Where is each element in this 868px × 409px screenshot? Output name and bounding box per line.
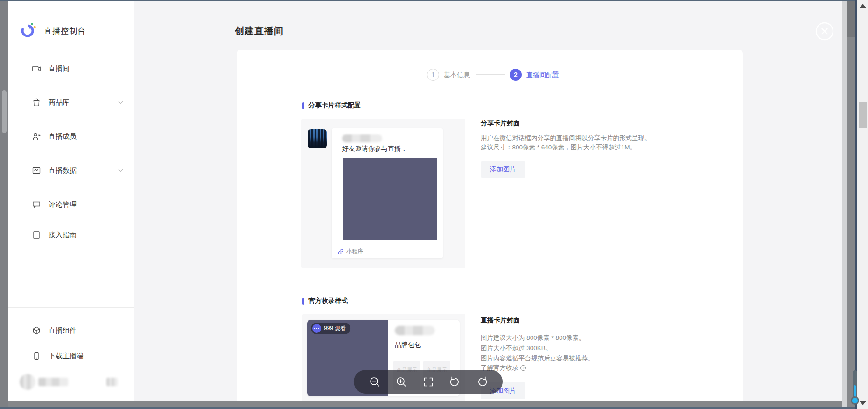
zoom-in-icon[interactable] (395, 376, 407, 388)
inner-scrollbar-track (842, 1, 847, 407)
app-window: 直播控制台 直播间 商品库 直播成员 (8, 1, 842, 401)
browser-scrollbar-thumb[interactable] (859, 102, 867, 128)
sidebar-divider (8, 307, 134, 308)
link-icon (337, 248, 344, 255)
sidebar-item-components[interactable]: 直播组件 (32, 324, 123, 337)
live-cover-desc-2: 图片大小不超过 300KB。 (481, 344, 552, 353)
shop-name-redacted (395, 326, 435, 335)
user-avatar (20, 374, 35, 390)
invite-text: 好友邀请你参与直播： (342, 145, 407, 153)
comment-icon (32, 200, 41, 209)
sidebar-item-label: 直播间 (49, 64, 70, 73)
fullscreen-icon[interactable] (422, 376, 434, 388)
window-bottom-border (0, 407, 857, 409)
step-1-number: 1 (431, 71, 435, 78)
inner-scrollbar-thumb[interactable] (847, 1, 855, 37)
indicator-ball (851, 396, 859, 405)
sidebar-item-guide[interactable]: 接入指南 (32, 228, 123, 241)
main-content: 创建直播间 1 基本信息 2 直播间配置 分享卡片样式配 (134, 1, 842, 401)
live-cover-title: 直播卡片封面 (481, 316, 520, 324)
sidebar-item-data[interactable]: 直播数据 (32, 164, 123, 177)
zoom-out-icon[interactable] (369, 376, 381, 388)
add-image-button-share[interactable]: 添加图片 (481, 161, 525, 178)
sidebar-item-goods[interactable]: 商品库 (32, 96, 123, 109)
sidebar-item-members[interactable]: 直播成员 (32, 130, 123, 143)
share-cover-desc-1: 用户在微信对话框内分享的直播间将以分享卡片的形式呈现。 (481, 134, 651, 142)
mini-program-footer: 小程序 (337, 247, 363, 255)
phone-icon (32, 351, 41, 360)
share-cover-desc-2: 建议尺寸：800像素 * 640像素，图片大小不得超过1M。 (481, 143, 636, 152)
inner-scrollbar (847, 1, 855, 407)
rotate-left-icon[interactable] (449, 376, 461, 388)
sidebar-item-label: 下载主播端 (49, 352, 84, 360)
shopping-bag-icon (32, 98, 41, 107)
window-top-border (0, 0, 857, 1)
viewers-count: 999 观看 (324, 324, 346, 332)
mini-program-label: 小程序 (346, 247, 363, 255)
page-title: 创建直播间 (235, 25, 284, 37)
share-chat-card: 好友邀请你参与直播： 小程序 (332, 128, 443, 258)
screen: 直播控制台 直播间 商品库 直播成员 (0, 0, 868, 409)
heading-accent-bar (302, 102, 304, 109)
guide-book-icon (32, 230, 41, 240)
step-2-label: 直播间配置 (526, 71, 559, 79)
step-2-number: 2 (514, 71, 518, 78)
user-extra-redacted (106, 378, 118, 386)
svg-text:?: ? (522, 366, 525, 370)
close-icon[interactable] (815, 22, 834, 41)
app-title: 直播控制台 (44, 26, 86, 36)
create-live-room-dialog: 1 基本信息 2 直播间配置 分享卡片样式配置 (237, 50, 743, 401)
viewers-badge: 999 观看 (311, 323, 350, 334)
live-cover-desc-1: 图片建议大小为 800像素 * 800像素。 (481, 334, 585, 342)
sender-avatar-image (308, 129, 327, 148)
members-icon (32, 132, 41, 141)
share-card-preview-panel: 好友邀请你参与直播： 小程序 (301, 119, 465, 268)
browser-scrollbar (857, 0, 868, 409)
left-scroll-gutter (0, 1, 8, 407)
rotate-right-icon[interactable] (476, 376, 488, 388)
step-2-circle: 2 (510, 69, 522, 81)
bottom-scroll-gutter (8, 401, 845, 407)
sidebar-item-label: 直播组件 (49, 326, 77, 335)
step-1-label: 基本信息 (444, 71, 470, 79)
live-dots-icon (312, 324, 321, 333)
card-divider (332, 245, 443, 245)
step-1-circle: 1 (427, 69, 439, 81)
sidebar-item-download-app[interactable]: 下载主播端 (32, 349, 123, 362)
image-viewer-toolbar (354, 370, 503, 394)
chevron-down-icon (118, 101, 123, 104)
section-heading-share-card: 分享卡片样式配置 (302, 101, 361, 110)
scroll-position-indicator (851, 370, 859, 409)
sidebar: 直播控制台 直播间 商品库 直播成员 (8, 1, 134, 401)
heading-accent-bar (302, 298, 304, 305)
user-account-row[interactable] (8, 372, 134, 393)
scroll-up-arrow-icon[interactable] (860, 4, 866, 8)
live-cover-desc-3: 图片内容遵循平台规范后更容易被推荐。 (481, 354, 594, 363)
sidebar-item-label: 评论管理 (49, 200, 77, 209)
data-chart-icon (32, 166, 41, 175)
scroll-down-arrow-icon[interactable] (860, 401, 866, 405)
sender-name-redacted (342, 134, 382, 142)
step-connector (476, 74, 505, 75)
sidebar-item-live-room[interactable]: 直播间 (32, 62, 123, 75)
sidebar-item-label: 接入指南 (49, 231, 77, 240)
left-scroll-thumb[interactable] (2, 90, 7, 133)
help-circle-icon: ? (520, 365, 526, 371)
sidebar-item-label: 直播数据 (49, 166, 77, 175)
share-cover-placeholder (343, 158, 437, 240)
section-heading-official: 官方收录样式 (302, 297, 348, 305)
sidebar-item-label: 商品库 (49, 98, 70, 107)
video-camera-icon (32, 64, 41, 73)
sidebar-item-label: 直播成员 (49, 132, 77, 141)
live-console-logo (20, 22, 37, 39)
share-cover-title: 分享卡片封面 (481, 119, 520, 127)
live-title: 品牌包包 (395, 341, 421, 349)
chevron-down-icon (118, 169, 123, 172)
user-name-redacted (38, 378, 68, 386)
cube-icon (32, 326, 41, 335)
sidebar-item-comments[interactable]: 评论管理 (32, 198, 123, 211)
